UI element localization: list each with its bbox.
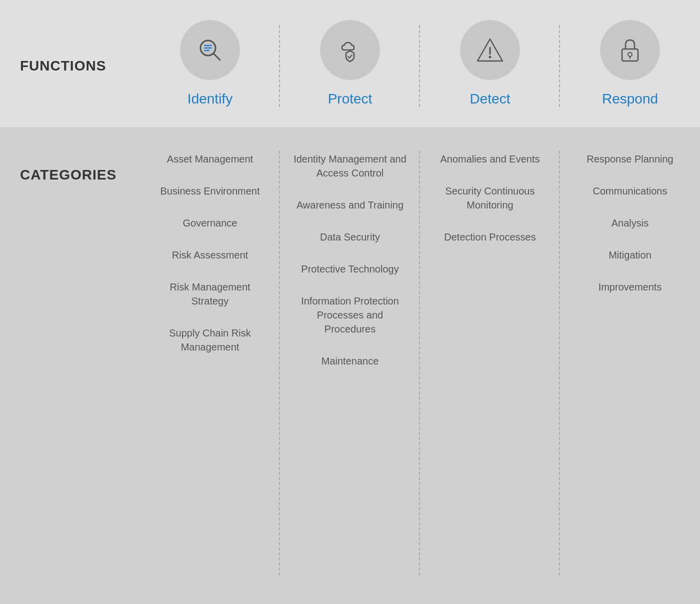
list-item: Data Security — [320, 230, 380, 244]
function-detect: Detect — [420, 15, 560, 117]
detect-title: Detect — [470, 91, 510, 107]
list-item: Asset Management — [167, 152, 253, 166]
list-item: Improvements — [598, 280, 662, 294]
list-item: Analysis — [612, 216, 648, 230]
svg-point-7 — [489, 56, 492, 58]
page: FUNCTIONS Identify — [0, 0, 700, 604]
shield-cloud-icon — [335, 35, 365, 65]
list-item: Identity Management and Access Control — [290, 152, 410, 180]
category-col-detect: Anomalies and Events Security Continuous… — [420, 137, 560, 589]
svg-rect-8 — [622, 49, 638, 61]
list-item: Information Protection Processes and Pro… — [290, 294, 410, 336]
list-item: Protective Technology — [301, 262, 398, 276]
function-protect: Protect — [280, 15, 420, 117]
category-col-identify: Asset Management Business Environment Go… — [140, 137, 280, 589]
list-item: Communications — [593, 184, 668, 198]
list-item: Detection Processes — [444, 230, 536, 244]
function-columns: Identify Protect — [140, 15, 700, 117]
respond-icon-circle — [600, 20, 660, 80]
list-item: Mitigation — [608, 248, 652, 262]
category-col-protect: Identity Management and Access Control A… — [280, 137, 420, 589]
protect-icon-circle — [320, 20, 380, 80]
list-item: Maintenance — [322, 354, 379, 368]
svg-line-1 — [214, 54, 220, 60]
functions-label-col: FUNCTIONS — [0, 15, 140, 117]
magnifier-icon — [195, 35, 225, 65]
list-item: Awareness and Training — [296, 198, 404, 212]
list-item: Business Environment — [160, 184, 260, 198]
list-item: Security Continuous Monitoring — [430, 184, 550, 212]
svg-point-9 — [628, 52, 632, 56]
list-item: Risk Management Strategy — [150, 280, 270, 308]
warning-icon — [475, 35, 505, 65]
list-item: Governance — [183, 216, 238, 230]
list-item: Supply Chain Risk Management — [150, 326, 270, 354]
function-respond: Respond — [560, 15, 700, 117]
categories-label-col: CATEGORIES — [0, 137, 140, 589]
functions-section: FUNCTIONS Identify — [0, 0, 700, 127]
lock-icon — [615, 35, 645, 65]
categories-label: CATEGORIES — [20, 167, 116, 183]
identify-title: Identify — [188, 91, 232, 107]
protect-title: Protect — [328, 91, 372, 107]
list-item: Risk Assessment — [172, 248, 248, 262]
list-item: Response Planning — [586, 152, 673, 166]
detect-icon-circle — [460, 20, 520, 80]
functions-label: FUNCTIONS — [20, 58, 106, 74]
categories-section: CATEGORIES Asset Management Business Env… — [0, 127, 700, 604]
category-columns: Asset Management Business Environment Go… — [140, 137, 700, 589]
respond-title: Respond — [602, 91, 658, 107]
category-col-respond: Response Planning Communications Analysi… — [560, 137, 700, 589]
list-item: Anomalies and Events — [440, 152, 540, 166]
function-identify: Identify — [140, 15, 280, 117]
identify-icon-circle — [180, 20, 240, 80]
